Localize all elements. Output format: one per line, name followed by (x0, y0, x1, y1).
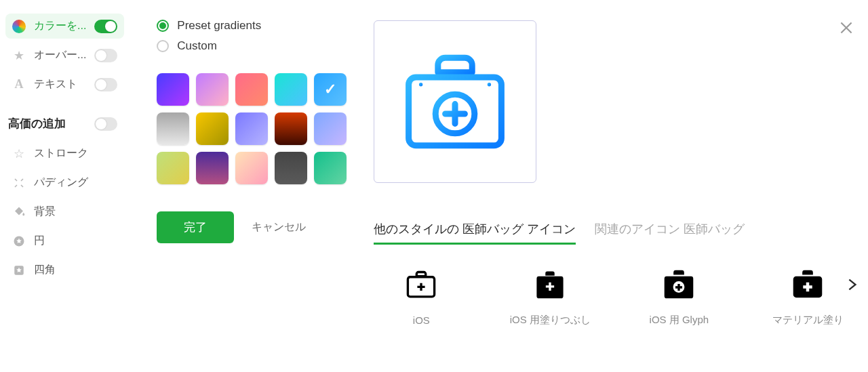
style-item-ios[interactable]: iOS (374, 266, 469, 326)
gradient-swatches (157, 73, 347, 184)
sidebar-item-label: 四角 (34, 263, 117, 277)
close-icon[interactable] (837, 19, 856, 38)
radio-icon (157, 20, 169, 32)
cancel-button[interactable]: キャンセル (252, 220, 306, 234)
next-arrow-icon[interactable] (844, 273, 859, 299)
sidebar-item-label: テキスト (34, 77, 86, 91)
sidebar-item-stroke[interactable]: ☆ ストローク (5, 141, 124, 166)
swatch-3[interactable] (235, 73, 268, 106)
medical-bag-outline-icon (402, 266, 440, 304)
padding-icon (12, 176, 26, 190)
medical-bag-glyph-icon (660, 265, 698, 303)
radio-custom[interactable]: Custom (157, 39, 347, 53)
swatch-6[interactable] (157, 112, 189, 145)
swatch-13[interactable] (235, 152, 268, 184)
medical-bag-icon (394, 41, 516, 163)
toggle-extras[interactable] (94, 117, 117, 131)
swatch-8[interactable] (235, 112, 268, 145)
style-label: マテリアル塗り (772, 314, 844, 327)
gradient-panel: Preset gradients Custom 完了 キャンセル (130, 0, 353, 372)
swatch-10[interactable] (314, 112, 347, 145)
text-icon: A (12, 78, 26, 91)
style-label: iOS 用 Glyph (650, 314, 709, 327)
swatch-5-selected[interactable] (314, 73, 347, 106)
sidebar-item-label: カラーを... (34, 19, 86, 33)
actions-row: 完了 キャンセル (157, 211, 347, 243)
style-label: iOS (413, 314, 430, 326)
sidebar-item-text[interactable]: A テキスト (5, 72, 124, 97)
svg-point-5 (488, 83, 491, 86)
paint-bucket-icon (12, 205, 26, 219)
style-item-material-filled[interactable]: マテリアル塗り (760, 265, 855, 327)
swatch-7[interactable] (196, 112, 229, 145)
toggle-overlay[interactable] (94, 49, 117, 62)
swatch-11[interactable] (157, 152, 189, 184)
styles-row: iOS iOS 用塗りつぶし iOS 用 Glyph マテリアル塗り (374, 265, 855, 327)
square-star-icon (12, 264, 26, 277)
sidebar-item-padding[interactable]: パディング (5, 170, 124, 195)
radio-label: Preset gradients (177, 19, 261, 33)
swatch-1[interactable] (157, 73, 189, 106)
sidebar-item-color[interactable]: カラーを... (5, 14, 124, 39)
color-wheel-icon (12, 20, 26, 33)
sidebar-item-label: 背景 (34, 205, 117, 219)
swatch-12[interactable] (196, 152, 229, 184)
sidebar-item-overlay[interactable]: ★ オーバー... (5, 43, 124, 68)
done-button[interactable]: 完了 (157, 211, 234, 243)
section-heading: 高価の追加 (8, 116, 89, 131)
icon-preview (374, 20, 536, 183)
sidebar-item-square[interactable]: 四角 (5, 257, 124, 283)
svg-point-4 (419, 83, 422, 86)
sidebar-item-label: パディング (34, 175, 117, 190)
sidebar-item-label: オーバー... (34, 48, 86, 62)
right-panel: 他のスタイルの 医師バッグ アイコン 関連のアイコン 医師バッグ iOS iOS… (353, 0, 868, 372)
section-extras-header: 高価の追加 (5, 110, 124, 137)
circle-star-icon (12, 234, 26, 248)
style-item-ios-filled[interactable]: iOS 用塗りつぶし (502, 265, 597, 327)
sidebar-item-label: 円 (34, 234, 117, 248)
swatch-2[interactable] (196, 73, 229, 106)
style-label: iOS 用塗りつぶし (510, 314, 591, 327)
medical-bag-filled-icon (531, 265, 569, 303)
radio-preset-gradients[interactable]: Preset gradients (157, 19, 347, 33)
swatch-9[interactable] (275, 112, 307, 145)
medical-bag-material-icon (789, 265, 827, 303)
toggle-color[interactable] (94, 20, 117, 33)
tab-other-styles[interactable]: 他のスタイルの 医師バッグ アイコン (374, 221, 576, 245)
toggle-text[interactable] (94, 78, 117, 91)
sidebar-item-label: ストローク (34, 146, 117, 161)
sidebar: カラーを... ★ オーバー... A テキスト 高価の追加 ☆ ストローク パ… (0, 0, 130, 372)
radio-icon (157, 40, 169, 52)
style-item-ios-glyph[interactable]: iOS 用 Glyph (631, 265, 726, 327)
sidebar-item-circle[interactable]: 円 (5, 228, 124, 253)
swatch-15[interactable] (314, 152, 347, 184)
star-icon: ★ (12, 49, 26, 62)
tab-related-icons[interactable]: 関連のアイコン 医師バッグ (595, 221, 745, 245)
radio-label: Custom (177, 39, 217, 53)
style-tabs: 他のスタイルの 医師バッグ アイコン 関連のアイコン 医師バッグ (374, 221, 855, 245)
swatch-14[interactable] (275, 152, 307, 184)
star-outline-icon: ☆ (12, 147, 26, 161)
swatch-4[interactable] (275, 73, 307, 106)
sidebar-item-background[interactable]: 背景 (5, 199, 124, 224)
